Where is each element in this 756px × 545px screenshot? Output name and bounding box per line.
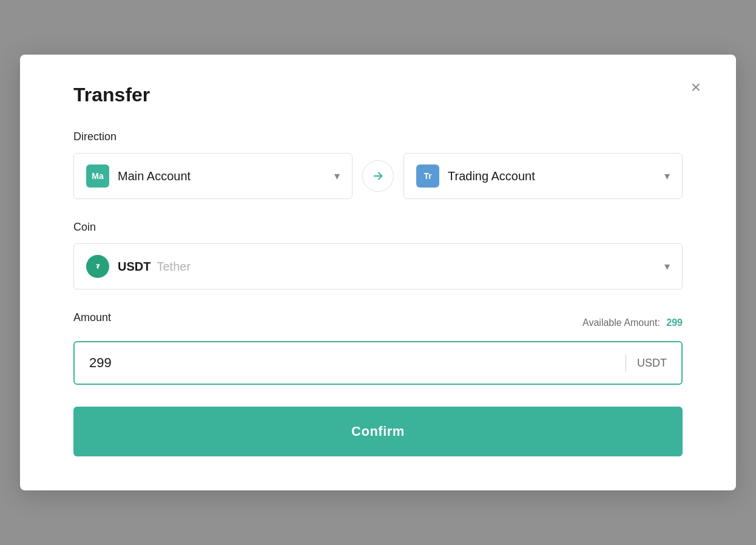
coin-section: Coin ₮ USDT Tether ▾	[73, 221, 683, 289]
coin-label: Coin	[73, 221, 683, 234]
close-button[interactable]: ×	[685, 76, 707, 98]
amount-header: Amount Available Amount: 299	[73, 311, 683, 334]
available-label: Available Amount:	[582, 317, 660, 328]
to-account-badge: Tr	[416, 164, 439, 188]
from-account-name: Main Account	[118, 169, 329, 183]
swap-direction-button[interactable]	[362, 160, 394, 192]
to-account-select[interactable]: Tr Trading Account ▾	[403, 153, 683, 199]
confirm-button[interactable]: Confirm	[73, 407, 683, 456]
transfer-modal: Transfer × Direction Ma Main Account ▾ T…	[20, 55, 736, 490]
amount-section: Amount Available Amount: 299 USDT	[73, 311, 683, 385]
coin-fullname: Tether	[157, 260, 191, 274]
available-amount: Available Amount: 299	[582, 317, 683, 328]
usdt-icon: ₮	[86, 255, 109, 278]
amount-divider	[626, 354, 627, 371]
from-account-select[interactable]: Ma Main Account ▾	[73, 153, 353, 199]
from-account-chevron-icon: ▾	[334, 169, 340, 183]
from-account-badge: Ma	[86, 164, 109, 188]
amount-unit: USDT	[637, 357, 667, 370]
amount-input[interactable]	[89, 355, 615, 371]
coin-select[interactable]: ₮ USDT Tether ▾	[73, 243, 683, 289]
direction-label: Direction	[73, 130, 683, 143]
svg-text:₮: ₮	[96, 263, 100, 270]
amount-label: Amount	[73, 311, 111, 324]
to-account-chevron-icon: ▾	[664, 169, 670, 183]
coin-chevron-icon: ▾	[664, 260, 670, 273]
amount-input-wrapper: USDT	[73, 341, 683, 385]
direction-row: Ma Main Account ▾ Tr Trading Account ▾	[73, 153, 683, 199]
to-account-name: Trading Account	[448, 169, 660, 183]
coin-symbol: USDT	[118, 260, 150, 274]
swap-icon	[371, 169, 385, 183]
modal-title: Transfer	[73, 84, 683, 106]
modal-overlay: Transfer × Direction Ma Main Account ▾ T…	[0, 0, 756, 545]
available-value: 299	[666, 317, 683, 328]
